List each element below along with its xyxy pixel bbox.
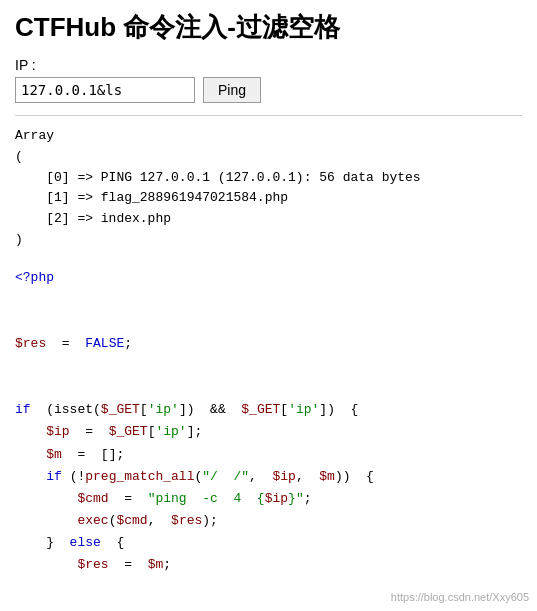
preg-line: if (!preg_match_all("/ /", $ip, $m)) {: [15, 466, 522, 488]
watermark: https://blog.csdn.net/Xxy605: [391, 591, 529, 603]
ip-label: IP :: [15, 57, 522, 73]
input-row: Ping: [15, 77, 522, 103]
array-line: Array: [15, 126, 522, 147]
cmd-assign-line: $cmd = "ping -c 4 {$ip}";: [15, 488, 522, 510]
blank-3: [15, 355, 522, 377]
open-paren: (: [15, 147, 522, 168]
page-title: CTFHub 命令注入-过滤空格: [15, 10, 522, 45]
close-paren: ): [15, 230, 522, 251]
php-open-tag: <?php: [15, 267, 522, 289]
output-line-0: [0] => PING 127.0.0.1 (127.0.0.1): 56 da…: [15, 168, 522, 189]
m-assign-line: $m = [];: [15, 444, 522, 466]
blank-4: [15, 377, 522, 399]
ping-button[interactable]: Ping: [203, 77, 261, 103]
divider: [15, 115, 522, 116]
if-line: if (isset($_GET['ip']) && $_GET['ip']) {: [15, 399, 522, 421]
blank-1: [15, 289, 522, 311]
blank-2: [15, 311, 522, 333]
ip-assign-line: $ip = $_GET['ip'];: [15, 421, 522, 443]
res-m-line: $res = $m;: [15, 554, 522, 576]
else-line: } else {: [15, 532, 522, 554]
output-line-2: [2] => index.php: [15, 209, 522, 230]
output-line-1: [1] => flag_288961947021584.php: [15, 188, 522, 209]
res-false-line: $res = FALSE;: [15, 333, 522, 355]
code-block: <?php $res = FALSE; if (isset($_GET['ip'…: [15, 267, 522, 576]
output-block: Array ( [0] => PING 127.0.0.1 (127.0.0.1…: [15, 126, 522, 251]
ip-input[interactable]: [15, 77, 195, 103]
exec-line: exec($cmd, $res);: [15, 510, 522, 532]
